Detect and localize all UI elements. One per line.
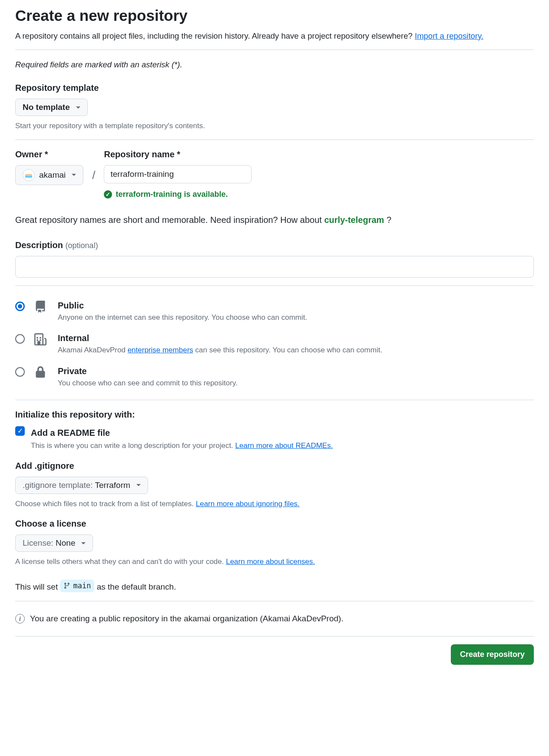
gitignore-label: Add .gitignore	[15, 459, 534, 472]
readme-title: Add a README file	[31, 426, 333, 439]
check-circle-icon: ✓	[104, 190, 112, 199]
visibility-private-desc: You choose who can see and commit to thi…	[58, 378, 238, 389]
repo-name-label: Repository name *	[104, 148, 251, 161]
divider	[15, 601, 534, 601]
visibility-internal-title: Internal	[58, 332, 382, 345]
repo-name-availability: ✓ terraform-training is available.	[104, 189, 251, 200]
owner-avatar-icon	[23, 169, 35, 181]
template-hint: Start your repository with a template re…	[15, 120, 534, 132]
info-icon: i	[15, 614, 25, 623]
description-label: Description (optional)	[15, 239, 534, 252]
visibility-public-radio[interactable]	[15, 302, 25, 311]
readme-learn-more-link[interactable]: Learn more about READMEs.	[235, 441, 333, 450]
page-subtitle: A repository contains all project files,…	[15, 30, 534, 42]
initialize-label: Initialize this repository with:	[15, 408, 534, 421]
readme-desc: This is where you can write a long descr…	[31, 440, 333, 451]
enterprise-members-link[interactable]: enterprise members	[128, 346, 193, 354]
visibility-public-title: Public	[58, 299, 307, 312]
readme-checkbox[interactable]: ✓	[15, 426, 25, 436]
repo-public-icon	[34, 301, 48, 316]
lock-icon	[34, 366, 48, 382]
import-repository-link[interactable]: Import a repository.	[415, 31, 483, 40]
slash-separator: /	[92, 167, 95, 184]
visibility-public-row: Public Anyone on the internet can see th…	[15, 294, 534, 327]
visibility-public-desc: Anyone on the internet can see this repo…	[58, 312, 307, 323]
license-label: Choose a license	[15, 517, 534, 530]
chevron-down-icon	[76, 106, 80, 109]
create-repository-button[interactable]: Create repository	[451, 644, 534, 665]
gitignore-hint: Choose which files not to track from a l…	[15, 498, 534, 510]
visibility-internal-desc: Akamai AkaDevProd enterprise members can…	[58, 345, 382, 356]
template-value: No template	[23, 103, 70, 112]
chevron-down-icon	[81, 542, 86, 544]
organization-icon	[34, 333, 48, 349]
gitignore-select[interactable]: .gitignore template: Terraform	[15, 477, 148, 494]
license-select[interactable]: License: None	[15, 534, 93, 552]
owner-value: akamai	[39, 170, 66, 180]
divider	[15, 139, 534, 140]
page-title: Create a new repository	[15, 4, 534, 27]
repo-name-input[interactable]	[104, 165, 251, 183]
chevron-down-icon	[136, 484, 141, 486]
template-select[interactable]: No template	[15, 99, 88, 116]
gitignore-learn-more-link[interactable]: Learn more about ignoring files.	[196, 500, 300, 508]
divider	[15, 50, 534, 50]
git-branch-icon	[63, 582, 70, 589]
visibility-private-radio[interactable]	[15, 367, 25, 377]
template-label: Repository template	[15, 81, 534, 94]
license-hint: A license tells others what they can and…	[15, 556, 534, 567]
divider	[15, 285, 534, 286]
visibility-private-row: Private You choose who can see and commi…	[15, 359, 534, 392]
name-suggestion[interactable]: curly-telegram	[324, 215, 384, 225]
description-input[interactable]	[15, 256, 534, 278]
owner-select[interactable]: akamai	[15, 165, 83, 185]
visibility-private-title: Private	[58, 365, 238, 378]
license-learn-more-link[interactable]: Learn more about licenses.	[226, 557, 315, 566]
divider	[15, 636, 534, 637]
default-branch-note: This will set main as the default branch…	[15, 580, 534, 593]
required-fields-note: Required fields are marked with an aster…	[15, 59, 534, 71]
chevron-down-icon	[72, 174, 76, 176]
divider	[15, 400, 534, 400]
visibility-internal-radio[interactable]	[15, 334, 25, 344]
visibility-internal-row: Internal Akamai AkaDevProd enterprise me…	[15, 326, 534, 359]
info-banner: i You are creating a public repository i…	[15, 609, 534, 629]
owner-label: Owner *	[15, 148, 83, 161]
branch-badge: main	[60, 580, 94, 593]
name-inspiration: Great repository names are short and mem…	[15, 213, 534, 226]
